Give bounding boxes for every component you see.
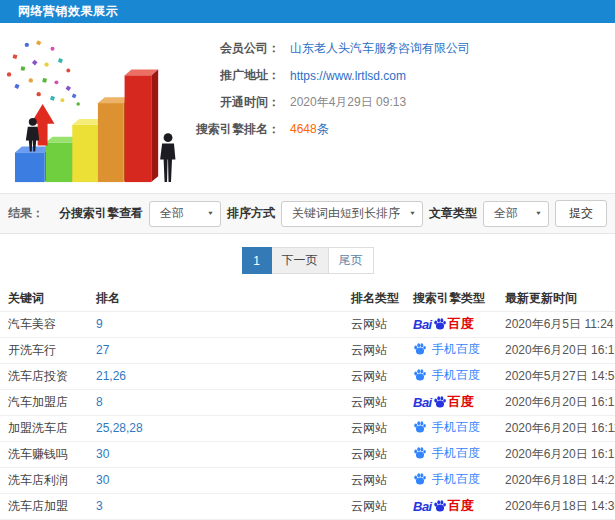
update-time-cell: 2020年6月18日 14:27 — [497, 467, 615, 493]
sort-filter-select[interactable]: 关键词由短到长排序 ▼ — [281, 201, 423, 227]
keyword-cell: 洗车店加盟 — [0, 493, 88, 519]
rank-link[interactable]: 8 — [96, 395, 103, 409]
table-header-row: 关键词 排名 排名类型 搜索引擎类型 最新更新时间 — [0, 286, 615, 311]
profile-panel: 会员公司： 山东老人头汽车服务咨询有限公司 推广地址： https://www.… — [0, 23, 615, 193]
keyword-cell: 汽车加盟店 — [0, 389, 88, 415]
engine-type-cell: Bai百度 — [405, 311, 497, 337]
rank-cell: 25,28,28 — [88, 415, 343, 441]
rank-type-cell: 云网站 — [343, 337, 405, 363]
engine-filter-value: 全部 — [160, 205, 184, 222]
rank-cell: 3 — [88, 493, 343, 519]
company-field: 会员公司： 山东老人头汽车服务咨询有限公司 — [188, 35, 470, 62]
rank-link[interactable]: 30 — [96, 447, 109, 461]
update-time-cell: 2020年6月18日 14:30 — [497, 493, 615, 519]
promo-url-field: 推广地址： https://www.lrtlsd.com — [188, 62, 470, 89]
open-time-value: 2020年4月29日 09:13 — [290, 94, 406, 111]
rank-type-cell: 云网站 — [343, 363, 405, 389]
confetti-dots — [7, 40, 80, 106]
mobile-baidu-logo: 手机百度 — [413, 419, 480, 436]
baidu-paw-icon — [413, 446, 427, 460]
engine-type-cell: 手机百度 — [405, 415, 497, 441]
results-table: 关键词 排名 排名类型 搜索引擎类型 最新更新时间 汽车美容9云网站Bai百度2… — [0, 286, 615, 520]
bar-chart-illustration — [2, 31, 182, 189]
rank-link[interactable]: 21,26 — [96, 369, 126, 383]
table-row: 加盟洗车店25,28,28云网站手机百度2020年6月20日 16:11 — [0, 415, 615, 441]
page-1-button[interactable]: 1 — [242, 247, 272, 274]
keyword-cell: 加盟洗车店 — [0, 415, 88, 441]
col-engine-type: 搜索引擎类型 — [405, 286, 497, 311]
baidu-logo: Bai百度 — [413, 497, 474, 515]
app-header: 网络营销效果展示 — [0, 0, 615, 23]
baidu-paw-icon — [433, 499, 447, 513]
type-filter-select[interactable]: 全部 ▼ — [483, 201, 549, 227]
promo-url-link[interactable]: https://www.lrtlsd.com — [290, 69, 406, 83]
rank-cell: 30 — [88, 441, 343, 467]
chevron-down-icon: ▼ — [409, 211, 416, 217]
chevron-down-icon: ▼ — [207, 211, 214, 217]
keyword-cell: 洗车赚钱吗 — [0, 441, 88, 467]
engine-type-cell: Bai百度 — [405, 493, 497, 519]
type-filter-value: 全部 — [494, 205, 518, 222]
filter-bar: 结果： 分搜索引擎查看 全部 ▼ 排序方式 关键词由短到长排序 ▼ 文章类型 全… — [0, 193, 615, 234]
sort-filter-label: 排序方式 — [227, 205, 275, 222]
rank-type-cell: 云网站 — [343, 389, 405, 415]
result-label: 结果： — [8, 205, 44, 222]
baidu-paw-icon — [413, 472, 427, 486]
type-filter-label: 文章类型 — [429, 205, 477, 222]
rank-link[interactable]: 3 — [96, 499, 103, 513]
rank-type-cell: 云网站 — [343, 493, 405, 519]
rank-link[interactable]: 25,28,28 — [96, 421, 143, 435]
engine-type-cell: Bai百度 — [405, 389, 497, 415]
update-time-cell: 2020年6月5日 11:24 — [497, 311, 615, 337]
rank-link[interactable]: 9 — [96, 317, 103, 331]
rank-cell: 27 — [88, 337, 343, 363]
profile-fields: 会员公司： 山东老人头汽车服务咨询有限公司 推广地址： https://www.… — [188, 31, 470, 189]
engine-filter-select[interactable]: 全部 ▼ — [149, 201, 221, 227]
last-page-button[interactable]: 尾页 — [328, 247, 374, 274]
baidu-paw-icon — [413, 368, 427, 382]
rank-count-label: 搜索引擎排名： — [188, 121, 280, 138]
rank-link[interactable]: 30 — [96, 473, 109, 487]
baidu-paw-icon — [413, 420, 427, 434]
company-link[interactable]: 山东老人头汽车服务咨询有限公司 — [290, 40, 470, 57]
sort-filter-value: 关键词由短到长排序 — [292, 205, 400, 222]
rank-count-value: 4648条 — [290, 121, 329, 138]
table-row: 洗车赚钱吗30云网站手机百度2020年6月20日 16:12 — [0, 441, 615, 467]
col-update-time: 最新更新时间 — [497, 286, 615, 311]
baidu-paw-icon — [433, 317, 447, 331]
rank-link[interactable]: 27 — [96, 343, 109, 357]
table-row: 洗车店投资21,26云网站手机百度2020年5月27日 14:58 — [0, 363, 615, 389]
submit-button[interactable]: 提交 — [555, 200, 607, 227]
page-title: 网络营销效果展示 — [18, 3, 118, 20]
update-time-cell: 2020年6月20日 16:12 — [497, 389, 615, 415]
table-row: 汽车美容9云网站Bai百度2020年6月5日 11:24 — [0, 311, 615, 337]
engine-type-cell: 手机百度 — [405, 337, 497, 363]
rank-cell: 8 — [88, 389, 343, 415]
rank-count-field: 搜索引擎排名： 4648条 — [188, 116, 470, 143]
baidu-paw-icon — [433, 395, 447, 409]
rank-type-cell: 云网站 — [343, 415, 405, 441]
table-row: 汽车加盟店8云网站Bai百度2020年6月20日 16:12 — [0, 389, 615, 415]
mobile-baidu-logo: 手机百度 — [413, 367, 480, 384]
engine-type-cell: 手机百度 — [405, 467, 497, 493]
keyword-cell: 洗车店利润 — [0, 467, 88, 493]
rank-cell: 21,26 — [88, 363, 343, 389]
update-time-cell: 2020年6月20日 16:12 — [497, 441, 615, 467]
mobile-baidu-logo: 手机百度 — [413, 445, 480, 462]
table-body: 汽车美容9云网站Bai百度2020年6月5日 11:24开洗车行27云网站手机百… — [0, 311, 615, 519]
open-time-field: 开通时间： 2020年4月29日 09:13 — [188, 89, 470, 116]
rank-type-cell: 云网站 — [343, 441, 405, 467]
rank-type-cell: 云网站 — [343, 467, 405, 493]
open-time-label: 开通时间： — [188, 94, 280, 111]
keyword-cell: 洗车店投资 — [0, 363, 88, 389]
col-rank: 排名 — [88, 286, 343, 311]
baidu-paw-icon — [413, 342, 427, 356]
promo-url-label: 推广地址： — [188, 67, 280, 84]
table-row: 洗车店利润30云网站手机百度2020年6月18日 14:27 — [0, 467, 615, 493]
filter-controls: 分搜索引擎查看 全部 ▼ 排序方式 关键词由短到长排序 ▼ 文章类型 全部 ▼ … — [59, 200, 607, 227]
rank-cell: 9 — [88, 311, 343, 337]
next-page-button[interactable]: 下一页 — [271, 247, 329, 274]
rank-type-cell: 云网站 — [343, 311, 405, 337]
col-rank-type: 排名类型 — [343, 286, 405, 311]
mobile-baidu-logo: 手机百度 — [413, 341, 480, 358]
